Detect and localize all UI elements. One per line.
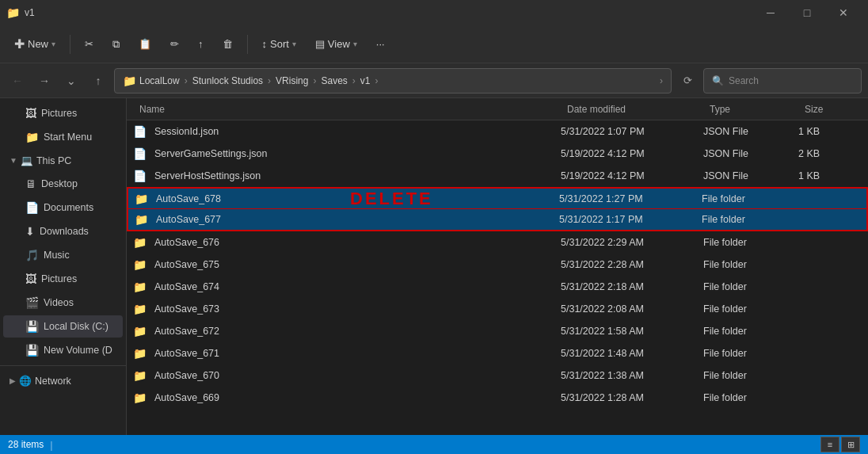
up-button[interactable]: ↑ bbox=[87, 70, 109, 92]
search-bar[interactable]: 🔍 Search bbox=[703, 68, 862, 93]
table-row[interactable]: 📁AutoSave_6755/31/2022 2:28 AMFile folde… bbox=[127, 254, 868, 276]
sidebar-item-local-disk[interactable]: 💾 Local Disk (C:) bbox=[3, 315, 123, 338]
sidebar-item-pictures2[interactable]: 🖼 Pictures bbox=[3, 268, 123, 290]
json-icon: 📄 bbox=[133, 170, 147, 182]
rename-button[interactable]: ✏ bbox=[162, 33, 187, 55]
forward-button[interactable]: → bbox=[33, 70, 55, 92]
file-date: 5/31/2022 2:29 AM bbox=[561, 237, 703, 248]
delete-button[interactable]: 🗑 bbox=[215, 33, 241, 55]
address-part-2: Stunlock Studios bbox=[192, 75, 263, 86]
table-row[interactable]: 📄ServerHostSettings.json5/19/2022 4:12 P… bbox=[127, 165, 868, 187]
sidebar-item-new-volume[interactable]: 💾 New Volume (D bbox=[3, 339, 123, 361]
table-row[interactable]: 📁AutoSave_6715/31/2022 1:48 AMFile folde… bbox=[127, 342, 868, 364]
sidebar-item-label: Documents bbox=[44, 202, 93, 213]
file-area: Name Date modified Type Size 📄SessionId.… bbox=[127, 98, 868, 435]
sidebar-item-videos[interactable]: 🎬 Videos bbox=[3, 292, 123, 314]
json-icon: 📄 bbox=[133, 125, 147, 138]
refresh-button[interactable]: ⟳ bbox=[676, 70, 699, 92]
file-date: 5/31/2022 2:18 AM bbox=[561, 281, 703, 292]
sidebar-item-label: Videos bbox=[44, 297, 74, 308]
more-button[interactable]: ··· bbox=[368, 33, 393, 55]
navbar: ← → ⌄ ↑ 📁 LocalLow › Stunlock Studios › … bbox=[0, 63, 868, 98]
col-date-label: Date modified bbox=[567, 104, 626, 115]
new-volume-icon: 💾 bbox=[25, 344, 39, 357]
titlebar-left: 📁 v1 bbox=[6, 6, 35, 19]
sidebar-section-this-pc[interactable]: ▼ 💻 This PC bbox=[3, 150, 123, 171]
pictures-icon: 🖼 bbox=[25, 107, 36, 120]
view-chevron-icon: ▾ bbox=[353, 40, 357, 48]
col-header-size[interactable]: Size bbox=[798, 98, 862, 120]
maximize-button[interactable]: □ bbox=[789, 0, 825, 25]
copy-icon: ⧉ bbox=[112, 38, 120, 51]
back-button[interactable]: ← bbox=[6, 70, 29, 92]
file-type: File folder bbox=[703, 281, 798, 292]
sidebar-item-downloads[interactable]: ⬇ Downloads bbox=[3, 220, 123, 242]
view-list-button[interactable]: ≡ bbox=[820, 437, 839, 452]
table-row[interactable]: 📁AutoSave_6725/31/2022 1:58 AMFile folde… bbox=[127, 320, 868, 342]
minimize-button[interactable]: ─ bbox=[752, 0, 789, 25]
table-row[interactable]: 📁AutoSave_6765/31/2022 2:29 AMFile folde… bbox=[127, 231, 868, 254]
sidebar-item-documents[interactable]: 📄 Documents bbox=[3, 196, 123, 219]
paste-button[interactable]: 📋 bbox=[131, 33, 159, 55]
file-date: 5/31/2022 1:48 AM bbox=[561, 348, 703, 359]
table-row[interactable]: 📁AutoSave_6705/31/2022 1:38 AMFile folde… bbox=[127, 364, 868, 387]
status-count: 28 items bbox=[8, 439, 44, 450]
json-icon: 📄 bbox=[133, 147, 147, 160]
col-header-name[interactable]: Name bbox=[133, 98, 561, 120]
titlebar-controls: ─ □ ✕ bbox=[752, 0, 862, 25]
file-type: File folder bbox=[703, 259, 798, 270]
sidebar-divider bbox=[0, 365, 126, 366]
folder-icon: 📁 bbox=[133, 369, 147, 382]
this-pc-chevron-icon: ▼ bbox=[10, 156, 17, 165]
cut-icon: ✂ bbox=[85, 38, 93, 50]
view-icon: ▤ bbox=[315, 38, 325, 50]
file-date: 5/19/2022 4:12 PM bbox=[561, 170, 703, 181]
start-menu-icon: 📁 bbox=[25, 131, 39, 143]
table-row[interactable]: 📄SessionId.json5/31/2022 1:07 PMJSON Fil… bbox=[127, 120, 868, 143]
sidebar-item-desktop[interactable]: 🖥 Desktop bbox=[3, 173, 123, 195]
table-row[interactable]: 📁AutoSave_6735/31/2022 2:08 AMFile folde… bbox=[127, 298, 868, 320]
file-size: 2 KB bbox=[798, 148, 862, 159]
col-type-label: Type bbox=[710, 104, 730, 115]
downloads-icon: ⬇ bbox=[25, 225, 35, 238]
address-bar[interactable]: 📁 LocalLow › Stunlock Studios › VRising … bbox=[114, 68, 672, 93]
file-name: 📁AutoSave_673 bbox=[133, 303, 561, 315]
file-date: 5/31/2022 1:07 PM bbox=[561, 126, 703, 137]
share-icon: ↑ bbox=[198, 38, 204, 50]
sidebar-item-music[interactable]: 🎵 Music bbox=[3, 244, 123, 266]
rename-icon: ✏ bbox=[170, 38, 179, 50]
view-toggles: ≡ ⊞ bbox=[820, 437, 860, 452]
sort-icon: ↕ bbox=[262, 38, 268, 50]
cut-button[interactable]: ✂ bbox=[77, 33, 101, 55]
share-button[interactable]: ↑ bbox=[190, 33, 211, 55]
new-button[interactable]: ✚ New ▾ bbox=[6, 32, 63, 56]
search-placeholder: Search bbox=[729, 75, 759, 86]
sidebar-item-pictures[interactable]: 🖼 Pictures bbox=[3, 102, 123, 124]
titlebar-title: v1 bbox=[25, 7, 35, 18]
sort-button[interactable]: ↕ Sort ▾ bbox=[254, 33, 304, 55]
file-type: File folder bbox=[702, 193, 797, 204]
table-row[interactable]: 📄ServerGameSettings.json5/19/2022 4:12 P… bbox=[127, 143, 868, 165]
table-row[interactable]: 📁AutoSave_6775/31/2022 1:17 PMFile folde… bbox=[127, 209, 868, 231]
copy-button[interactable]: ⧉ bbox=[105, 33, 128, 55]
table-row[interactable]: 📁AutoSave_6745/31/2022 2:18 AMFile folde… bbox=[127, 276, 868, 298]
sidebar-section-network[interactable]: ▶ 🌐 Network bbox=[3, 370, 123, 391]
sidebar-item-label: Pictures bbox=[41, 273, 77, 284]
col-header-type[interactable]: Type bbox=[703, 98, 798, 120]
desktop-icon: 🖥 bbox=[25, 177, 36, 190]
sidebar-item-start-menu[interactable]: 📁 Start Menu bbox=[3, 126, 123, 148]
col-header-date[interactable]: Date modified bbox=[561, 98, 703, 120]
app-icon: 📁 bbox=[6, 6, 20, 19]
close-button[interactable]: ✕ bbox=[825, 0, 862, 25]
documents-icon: 📄 bbox=[25, 201, 39, 214]
view-button[interactable]: ▤ View ▾ bbox=[307, 33, 365, 55]
file-name: 📁AutoSave_674 bbox=[133, 280, 561, 293]
table-row[interactable]: 📁AutoSave_6785/31/2022 1:27 PMFile folde… bbox=[127, 187, 868, 209]
file-name: 📄SessionId.json bbox=[133, 125, 561, 138]
view-grid-button[interactable]: ⊞ bbox=[841, 437, 860, 452]
table-row[interactable]: 📁AutoSave_6695/31/2022 1:28 AMFile folde… bbox=[127, 387, 868, 409]
expand-nav-button[interactable]: ⌄ bbox=[60, 70, 82, 92]
statusbar-separator: | bbox=[50, 439, 52, 451]
file-name: 📁AutoSave_676 bbox=[133, 236, 561, 249]
file-date: 5/31/2022 1:27 PM bbox=[559, 193, 702, 204]
